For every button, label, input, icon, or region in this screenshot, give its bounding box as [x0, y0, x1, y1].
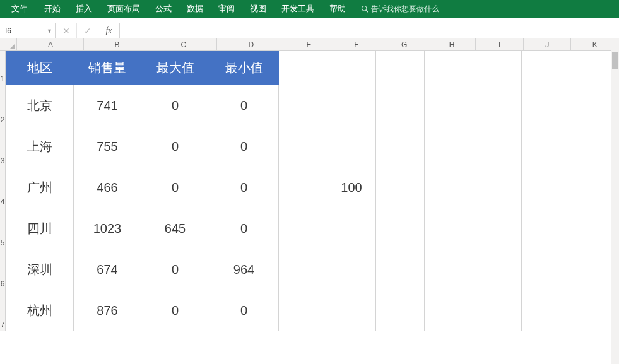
cell-J4[interactable] — [522, 167, 570, 208]
name-box-dropdown-icon[interactable]: ▼ — [47, 28, 52, 34]
cell-J7[interactable] — [522, 290, 570, 331]
cell-A5[interactable]: 四川 — [6, 208, 74, 249]
cell-I4[interactable] — [473, 167, 522, 208]
col-header-J[interactable]: J — [524, 38, 572, 50]
cell-I7[interactable] — [473, 290, 522, 331]
cell-F3[interactable] — [327, 126, 376, 167]
cell-E4[interactable] — [279, 167, 327, 208]
row-header-2[interactable]: 2 — [0, 85, 6, 126]
cell-G2[interactable] — [376, 85, 425, 126]
cell-F1[interactable] — [327, 51, 376, 85]
row-header-5[interactable]: 5 — [0, 208, 6, 249]
ribbon-tab-data[interactable]: 数据 — [179, 0, 211, 18]
cell-D4[interactable]: 0 — [209, 167, 279, 208]
cell-C1[interactable]: 最大值 — [141, 51, 209, 85]
cell-J1[interactable] — [522, 51, 570, 85]
ribbon-tab-page-layout[interactable]: 页面布局 — [100, 0, 148, 18]
col-header-I[interactable]: I — [476, 38, 524, 50]
cell-I5[interactable] — [473, 208, 522, 249]
cell-E1[interactable] — [279, 51, 327, 85]
cell-H7[interactable] — [425, 290, 473, 331]
row-header-4[interactable]: 4 — [0, 167, 6, 208]
ribbon-tab-developer[interactable]: 开发工具 — [274, 0, 322, 18]
cell-C7[interactable]: 0 — [141, 290, 209, 331]
cell-D1[interactable]: 最小值 — [209, 51, 279, 85]
cell-B7[interactable]: 876 — [74, 290, 141, 331]
cell-E5[interactable] — [279, 208, 327, 249]
col-header-C[interactable]: C — [150, 38, 217, 50]
formula-input[interactable] — [120, 23, 619, 38]
col-header-F[interactable]: F — [333, 38, 381, 50]
cell-D5[interactable]: 0 — [209, 208, 279, 249]
ribbon-tab-insert[interactable]: 插入 — [68, 0, 100, 18]
select-all-corner[interactable] — [0, 38, 17, 50]
cell-B4[interactable]: 466 — [74, 167, 141, 208]
col-header-D[interactable]: D — [217, 38, 285, 50]
cell-F6[interactable] — [327, 249, 376, 290]
col-header-H[interactable]: H — [428, 38, 476, 50]
ribbon-tab-formulas[interactable]: 公式 — [148, 0, 179, 18]
cell-H2[interactable] — [425, 85, 473, 126]
vertical-scrollbar[interactable] — [611, 38, 619, 364]
cell-J3[interactable] — [522, 126, 570, 167]
cell-A1[interactable]: 地区 — [6, 51, 74, 85]
cell-D3[interactable]: 0 — [209, 126, 279, 167]
ribbon-tab-file[interactable]: 文件 — [3, 0, 37, 18]
ribbon-tab-review[interactable]: 审阅 — [211, 0, 242, 18]
name-box[interactable]: I6 ▼ — [0, 23, 56, 38]
cell-B3[interactable]: 755 — [74, 126, 141, 167]
cell-C2[interactable]: 0 — [141, 85, 209, 126]
scrollbar-thumb[interactable] — [612, 52, 618, 69]
cell-F5[interactable] — [327, 208, 376, 249]
cell-G4[interactable] — [376, 167, 425, 208]
cell-A3[interactable]: 上海 — [6, 126, 74, 167]
cell-B2[interactable]: 741 — [74, 85, 141, 126]
formula-enter-button[interactable]: ✓ — [77, 23, 98, 38]
row-header-7[interactable]: 7 — [0, 290, 6, 331]
cell-D6[interactable]: 964 — [209, 249, 279, 290]
col-header-G[interactable]: G — [380, 38, 428, 50]
cell-F4[interactable]: 100 — [327, 167, 376, 208]
col-header-A[interactable]: A — [17, 38, 84, 50]
cell-J6[interactable] — [522, 249, 570, 290]
cell-A6[interactable]: 深圳 — [6, 249, 74, 290]
cell-A7[interactable]: 杭州 — [6, 290, 74, 331]
cell-E7[interactable] — [279, 290, 327, 331]
cell-G6[interactable] — [376, 249, 425, 290]
cell-H3[interactable] — [425, 126, 473, 167]
cell-C6[interactable]: 0 — [141, 249, 209, 290]
cell-F2[interactable] — [327, 85, 376, 126]
cell-B6[interactable]: 674 — [74, 249, 141, 290]
cell-G1[interactable] — [376, 51, 425, 85]
cell-I2[interactable] — [473, 85, 522, 126]
cell-E3[interactable] — [279, 126, 327, 167]
tell-me-search[interactable]: 告诉我你想要做什么 — [353, 4, 443, 15]
cell-H4[interactable] — [425, 167, 473, 208]
cell-F7[interactable] — [327, 290, 376, 331]
cell-D7[interactable]: 0 — [209, 290, 279, 331]
col-header-E[interactable]: E — [285, 38, 333, 50]
cell-C5[interactable]: 645 — [141, 208, 209, 249]
cell-G7[interactable] — [376, 290, 425, 331]
cell-A4[interactable]: 广州 — [6, 167, 74, 208]
cell-B1[interactable]: 销售量 — [74, 51, 141, 85]
cell-I1[interactable] — [473, 51, 522, 85]
cell-G3[interactable] — [376, 126, 425, 167]
cell-H6[interactable] — [425, 249, 473, 290]
ribbon-tab-home[interactable]: 开始 — [37, 0, 68, 18]
cell-A2[interactable]: 北京 — [6, 85, 74, 126]
cell-H1[interactable] — [425, 51, 473, 85]
cell-I6[interactable] — [473, 249, 522, 290]
col-header-B[interactable]: B — [84, 38, 150, 50]
ribbon-tab-view[interactable]: 视图 — [242, 0, 274, 18]
formula-cancel-button[interactable]: ✕ — [56, 23, 77, 38]
cell-E6[interactable] — [279, 249, 327, 290]
cell-E2[interactable] — [279, 85, 327, 126]
row-header-3[interactable]: 3 — [0, 126, 6, 167]
cell-C3[interactable]: 0 — [141, 126, 209, 167]
cell-B5[interactable]: 1023 — [74, 208, 141, 249]
cell-G5[interactable] — [376, 208, 425, 249]
cell-J5[interactable] — [522, 208, 570, 249]
cell-I3[interactable] — [473, 126, 522, 167]
cell-J2[interactable] — [522, 85, 570, 126]
